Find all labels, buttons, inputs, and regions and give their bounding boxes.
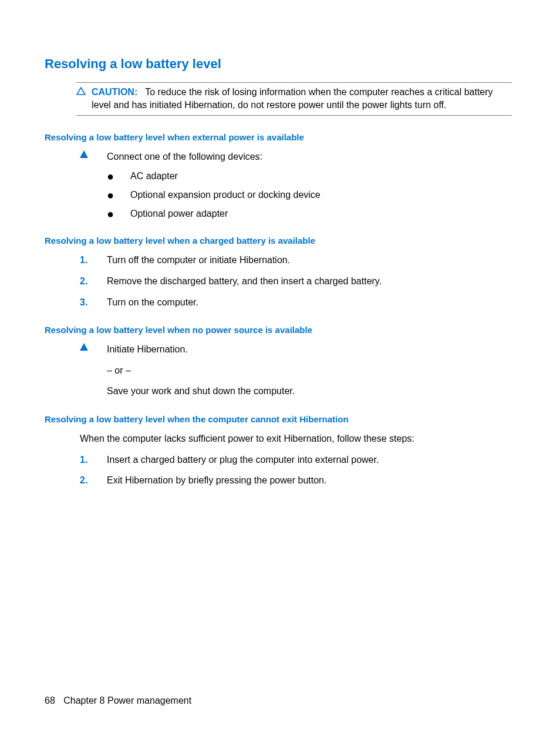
list-item: AC adapter [130,171,178,182]
step-number: 2. [80,474,107,487]
list-item: Optional expansion product or docking de… [130,190,321,200]
step-text: Insert a charged battery or plug the com… [107,453,512,466]
step-number: 3. [80,296,107,309]
caution-text: CAUTION: To reduce the risk of losing in… [92,86,512,112]
caution-box: CAUTION: To reduce the risk of losing in… [76,82,512,116]
page-number: 68 [45,695,55,705]
step-text: Remove the discharged battery, and then … [107,275,512,288]
or-separator: – or – [107,364,512,377]
page-footer: 68 Chapter 8 Power management [45,695,191,706]
triangle-bullet-icon [80,343,107,351]
chapter-label: Chapter 8 Power management [63,695,191,705]
section-heading-no-power: Resolving a low battery level when no po… [45,325,512,335]
section-heading-charged-battery: Resolving a low battery level when a cha… [45,236,512,246]
list-lead-text: Connect one of the following devices: [107,150,512,163]
step-text: Turn on the computer. [107,296,512,309]
step-number: 1. [80,453,107,466]
step-text: Exit Hibernation by briefly pressing the… [107,474,512,487]
step-number: 2. [80,275,107,288]
section-heading-external-power: Resolving a low battery level when exter… [45,132,512,142]
bullet-dot-icon: ● [107,191,130,199]
bullet-dot-icon: ● [107,172,130,180]
caution-label: CAUTION: [92,87,137,97]
caution-triangle-icon [76,87,86,95]
step-text: Turn off the computer or initiate Hibern… [107,254,512,267]
list-item: Save your work and shut down the compute… [107,385,512,398]
bullet-dot-icon: ● [107,210,130,218]
page-title: Resolving a low battery level [45,56,512,72]
triangle-bullet-icon [80,150,107,158]
list-item: Initiate Hibernation. [107,343,512,356]
section-heading-cannot-exit-hibernation: Resolving a low battery level when the c… [45,414,512,424]
list-item: Optional power adapter [130,209,228,219]
step-number: 1. [80,254,107,267]
intro-text: When the computer lacks sufficient power… [80,432,512,445]
caution-body: To reduce the risk of losing information… [92,87,493,110]
